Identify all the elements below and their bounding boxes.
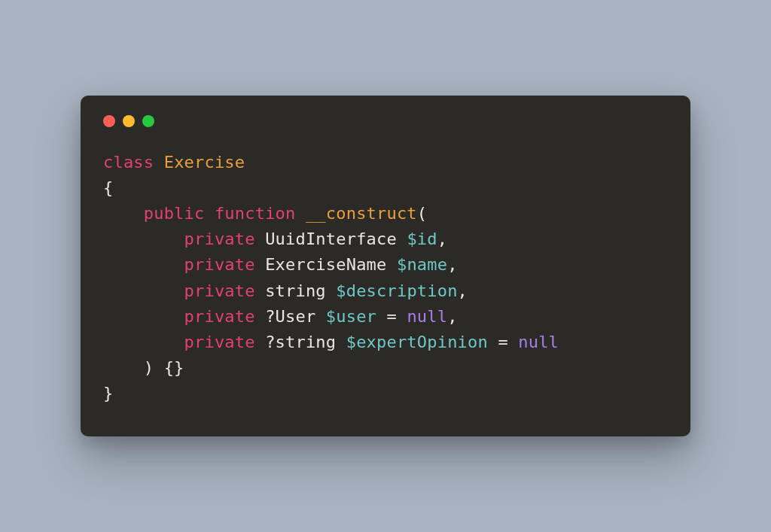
variable: $description <box>336 281 457 300</box>
equals: = <box>488 333 518 351</box>
variable: $name <box>397 255 447 274</box>
function-name: __construct <box>306 204 417 223</box>
maximize-icon[interactable] <box>142 115 154 127</box>
type: ?string <box>265 333 346 351</box>
brace-open: { <box>103 178 113 197</box>
close-icon[interactable] <box>103 115 115 127</box>
type: UuidInterface <box>265 230 407 248</box>
variable: $id <box>407 230 437 248</box>
keyword-class: class <box>103 153 154 172</box>
keyword-private: private <box>184 333 255 351</box>
keyword-function: function <box>215 204 296 223</box>
window-traffic-lights <box>103 115 668 127</box>
equals: = <box>376 307 407 326</box>
type: ExerciseName <box>265 255 397 274</box>
keyword-public: public <box>144 204 205 223</box>
comma: , <box>447 307 457 326</box>
brace-close: } <box>103 384 113 403</box>
keyword-private: private <box>184 255 255 274</box>
variable: $expertOpinion <box>346 333 488 351</box>
comma: , <box>437 230 447 248</box>
code-window: class Exercise { public function __const… <box>81 96 690 436</box>
comma: , <box>447 255 457 274</box>
keyword-private: private <box>184 281 255 300</box>
null-literal: null <box>518 333 559 351</box>
close-paren-braces: ) {} <box>144 358 184 377</box>
keyword-private: private <box>184 307 255 326</box>
paren-open: ( <box>417 204 427 223</box>
minimize-icon[interactable] <box>123 115 135 127</box>
comma: , <box>458 281 468 300</box>
keyword-private: private <box>184 230 255 248</box>
type: string <box>265 281 336 300</box>
variable: $user <box>326 307 376 326</box>
class-name: Exercise <box>164 153 245 172</box>
null-literal: null <box>407 307 447 326</box>
type: ?User <box>265 307 326 326</box>
code-block: class Exercise { public function __const… <box>103 150 668 406</box>
